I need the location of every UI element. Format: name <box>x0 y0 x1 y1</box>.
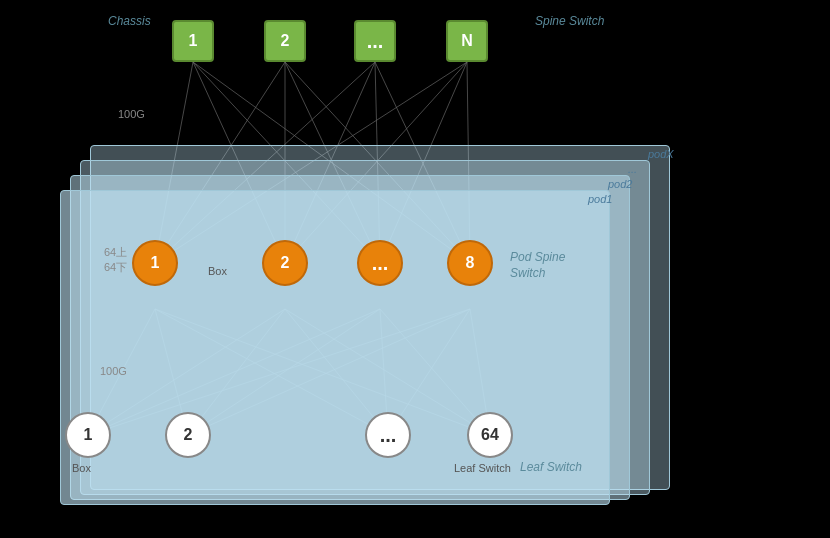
pod-label-pod2: pod2 <box>608 178 632 190</box>
pod-spine-node-1: 1 <box>132 240 178 286</box>
leaf-node-64: 64 <box>467 412 513 458</box>
leaf-node-ellipsis: ... <box>365 412 411 458</box>
link-100g-bottom: 100G <box>100 365 127 377</box>
chassis-label: Chassis <box>108 14 151 28</box>
spine-node-N: N <box>446 20 488 62</box>
pod-spine-switch-label: Pod SpineSwitch <box>510 250 565 281</box>
link-100g-top: 100G <box>118 108 145 120</box>
pod-spine-node-8: 8 <box>447 240 493 286</box>
leaf-switch-bottom-label: Leaf Switch <box>454 462 511 474</box>
diagram-container: podX ... pod2 pod1 Chassis Spine Switch … <box>0 0 830 538</box>
updown-links-annotation: 64上 64下 <box>104 245 127 276</box>
box-label-pod-spine: Box <box>208 265 227 277</box>
pod-label-pod1: pod1 <box>588 193 612 205</box>
pod-spine-node-2: 2 <box>262 240 308 286</box>
spine-node-2: 2 <box>264 20 306 62</box>
pod-label-podX: podX <box>648 148 674 160</box>
leaf-node-2: 2 <box>165 412 211 458</box>
box-label-leaf: Box <box>72 462 91 474</box>
pod-spine-node-ellipsis: ... <box>357 240 403 286</box>
spine-switch-label: Spine Switch <box>535 14 604 28</box>
pod-layer-pod1 <box>60 190 610 505</box>
spine-node-1: 1 <box>172 20 214 62</box>
pod-label-ellipsis: ... <box>628 163 637 175</box>
leaf-switch-label: Leaf Switch <box>520 460 582 474</box>
spine-node-ellipsis: ... <box>354 20 396 62</box>
leaf-node-1: 1 <box>65 412 111 458</box>
